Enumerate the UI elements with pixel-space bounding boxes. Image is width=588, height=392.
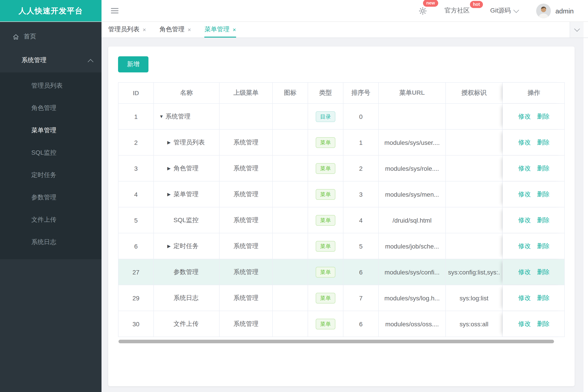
cell-permission: [446, 233, 503, 259]
cell-parent-menu: [220, 104, 273, 129]
community-link[interactable]: 官方社区 hot: [445, 7, 470, 15]
tab-label: 管理员列表: [108, 26, 140, 34]
edit-link[interactable]: 修改: [518, 294, 531, 302]
cell-id: 30: [119, 311, 154, 336]
main-content: 新增 ID名称上级菜单图标类型排序号菜单URL授权标识操作1▼系统管理目录0修改…: [102, 38, 588, 392]
edit-link[interactable]: 修改: [518, 320, 531, 328]
cell-permission: sys:log:list: [446, 285, 503, 311]
tab-menu-mgmt[interactable]: 菜单管理×: [204, 22, 236, 38]
gear-icon: [419, 6, 427, 15]
cell-type: 目录: [308, 104, 343, 129]
delete-link[interactable]: 删除: [537, 190, 549, 198]
delete-link[interactable]: 删除: [537, 216, 549, 224]
chevron-down-icon: [513, 7, 519, 12]
type-badge: 菜单: [316, 163, 335, 174]
delete-link[interactable]: 删除: [537, 242, 549, 250]
edit-link[interactable]: 修改: [518, 190, 531, 198]
tabs-dropdown-button[interactable]: [570, 22, 583, 38]
edit-link[interactable]: 修改: [518, 242, 531, 250]
type-badge: 菜单: [316, 241, 335, 252]
column-header-6: 菜单URL: [379, 83, 446, 103]
sidebar-item-param-mgmt[interactable]: 参数管理: [0, 186, 102, 208]
cell-order: 4: [343, 208, 379, 233]
tree-expand-icon[interactable]: ▼: [159, 114, 165, 119]
settings-button[interactable]: new: [419, 6, 427, 15]
table-row-30: 30文件上传系统管理菜单6modules/oss/oss....sys:oss:…: [119, 311, 564, 336]
cell-id: 29: [119, 285, 154, 311]
cell-actions: 修改删除: [503, 285, 565, 311]
delete-link[interactable]: 删除: [537, 138, 549, 146]
column-header-4: 类型: [308, 83, 343, 103]
tab-close-icon[interactable]: ×: [233, 26, 236, 33]
delete-link[interactable]: 删除: [537, 112, 549, 120]
user-menu[interactable]: admin: [536, 3, 574, 18]
menu-name-cell: ▶定时任务: [154, 233, 220, 259]
sidebar-item-scheduled-tasks[interactable]: 定时任务: [0, 164, 102, 186]
app-window: 人人快速开发平台 new 官方社区 hot Git源码: [0, 0, 588, 392]
cell-permission: [446, 156, 503, 181]
sidebar-toggle-icon[interactable]: [111, 8, 119, 14]
cell-actions: 修改删除: [503, 259, 565, 285]
edit-link[interactable]: 修改: [518, 138, 531, 146]
column-header-8: 操作: [503, 83, 565, 103]
sidebar-item-menu-mgmt[interactable]: 菜单管理: [0, 119, 102, 141]
new-badge: new: [423, 0, 438, 6]
chevron-up-icon: [88, 59, 93, 64]
git-source-menu[interactable]: Git源码: [490, 7, 518, 15]
tree-expand-icon[interactable]: ▶: [167, 192, 174, 197]
menu-name-label: 系统管理: [165, 112, 191, 120]
sidebar-item-file-upload[interactable]: 文件上传: [0, 208, 102, 231]
tab-close-icon[interactable]: ×: [188, 26, 191, 33]
tab-admin-list[interactable]: 管理员列表×: [108, 22, 146, 38]
edit-link[interactable]: 修改: [518, 164, 531, 172]
type-badge: 菜单: [316, 266, 335, 277]
tree-expand-icon[interactable]: ▶: [167, 140, 174, 145]
menu-name-label: 文件上传: [174, 320, 199, 328]
menu-name-label: 参数管理: [174, 268, 199, 276]
edit-link[interactable]: 修改: [518, 216, 531, 224]
sidebar-item-system-log[interactable]: 系统日志: [0, 231, 102, 253]
sidebar-item-home[interactable]: 首页: [0, 25, 102, 48]
cell-id: 2: [119, 130, 154, 155]
delete-link[interactable]: 删除: [537, 268, 549, 276]
menu-name-cell: ▶角色管理: [154, 156, 220, 181]
add-button[interactable]: 新增: [118, 56, 149, 72]
tree-expand-icon[interactable]: ▶: [167, 244, 174, 248]
cell-type: 菜单: [308, 130, 343, 155]
table-header-row: ID名称上级菜单图标类型排序号菜单URL授权标识操作: [119, 83, 564, 104]
window-scrollbar-track: [583, 22, 588, 392]
column-header-1: 名称: [154, 83, 220, 103]
sidebar-group-system-mgmt[interactable]: 系统管理: [0, 48, 102, 72]
edit-link[interactable]: 修改: [518, 112, 531, 120]
cell-permission: [446, 182, 503, 207]
tab-role-mgmt[interactable]: 角色管理×: [159, 22, 191, 38]
sidebar-item-sql-monitor[interactable]: SQL监控: [0, 141, 102, 164]
tab-close-icon[interactable]: ×: [143, 26, 146, 33]
hscrollbar-thumb[interactable]: [119, 340, 554, 343]
type-badge: 菜单: [316, 318, 335, 329]
top-right-menu: new 官方社区 hot Git源码: [419, 3, 574, 18]
menu-name-cell: SQL监控: [154, 208, 220, 233]
cell-menu-url: modules/sys/confi...: [379, 259, 446, 285]
cell-permission: sys:oss:all: [446, 311, 503, 336]
menu-name-cell: 参数管理: [154, 259, 220, 285]
avatar[interactable]: [536, 3, 551, 18]
cell-type: 菜单: [308, 311, 343, 336]
hot-badge: hot: [470, 1, 483, 8]
tree-expand-icon[interactable]: ▶: [167, 166, 174, 171]
menu-name-cell: ▼系统管理: [154, 104, 220, 129]
menu-name-cell: 文件上传: [154, 311, 220, 336]
cell-order: 6: [343, 311, 379, 336]
sidebar-item-role-mgmt[interactable]: 角色管理: [0, 96, 102, 119]
cell-actions: 修改删除: [503, 311, 565, 336]
delete-link[interactable]: 删除: [537, 294, 549, 302]
sidebar-submenu: 管理员列表角色管理菜单管理SQL监控定时任务参数管理文件上传系统日志: [0, 72, 102, 259]
menu-name-label: 菜单管理: [174, 190, 199, 198]
edit-link[interactable]: 修改: [518, 268, 531, 276]
delete-link[interactable]: 删除: [537, 164, 549, 172]
sidebar-item-admin-list[interactable]: 管理员列表: [0, 74, 102, 96]
cell-order: 5: [343, 233, 379, 259]
cell-menu-url: modules/sys/user....: [379, 130, 446, 155]
delete-link[interactable]: 删除: [537, 320, 549, 328]
username-label: admin: [555, 7, 574, 14]
